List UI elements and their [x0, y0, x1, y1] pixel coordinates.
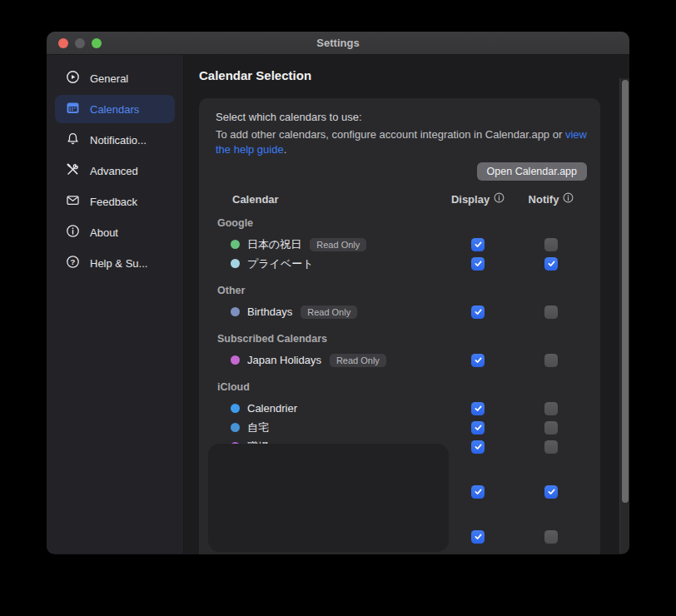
minimize-button[interactable]: [75, 38, 85, 48]
sidebar-item-feedback[interactable]: Feedback: [55, 187, 175, 216]
zoom-button[interactable]: [92, 38, 102, 48]
calendar-row: プライベート: [199, 254, 600, 273]
sidebar-item-general[interactable]: General: [55, 64, 175, 92]
read-only-badge: Read Only: [330, 354, 386, 367]
page-title: Calendar Selection: [199, 68, 311, 82]
calendar-name-cell: BirthdaysRead Only: [231, 306, 441, 319]
note-text: To add other calendars, configure accoun…: [216, 127, 587, 156]
display-checkbox[interactable]: [471, 238, 485, 251]
titlebar[interactable]: Settings: [47, 32, 629, 55]
info-circle-icon[interactable]: [494, 192, 505, 206]
calendar-name: Calendrier: [247, 402, 297, 415]
display-checkbox[interactable]: [471, 306, 485, 319]
column-header-calendar: Calendar: [232, 192, 441, 206]
tools-icon: [66, 162, 80, 179]
calendar-row: 自宅: [199, 418, 600, 437]
display-checkbox[interactable]: [471, 530, 485, 544]
notify-checkbox[interactable]: [544, 421, 558, 435]
column-header-notify: Notify: [514, 192, 588, 206]
calendar-name-cell: 自宅: [231, 420, 441, 435]
display-checkbox[interactable]: [471, 257, 485, 271]
notify-checkbox[interactable]: [544, 354, 558, 367]
sidebar-item-label: Help & Su...: [90, 257, 147, 270]
calendar-group: Google日本の祝日Read Onlyプライベート: [199, 217, 600, 273]
scrollbar-thumb[interactable]: [622, 80, 629, 503]
calendar-name-cell: プライベート: [231, 256, 441, 271]
calendar-color-dot: [231, 423, 240, 432]
intro-text: Select which calendars to use:: [216, 111, 587, 123]
calendar-color-dot: [231, 307, 240, 316]
sidebar-item-about[interactable]: About: [55, 218, 175, 246]
calendar-color-dot: [231, 259, 240, 268]
display-checkbox[interactable]: [471, 402, 485, 415]
main-panel: Calendar Selection Select which calendar…: [184, 55, 629, 554]
column-header-display: Display: [441, 192, 514, 206]
group-label: Google: [199, 217, 600, 229]
calendar-color-dot: [231, 240, 240, 249]
calendar-name-cell: Japan HolidaysRead Only: [231, 354, 441, 367]
envelope-icon: [66, 193, 80, 210]
calendar-name: 日本の祝日: [247, 237, 301, 252]
sidebar-item-advanced[interactable]: Advanced: [55, 156, 175, 185]
info-circle-icon[interactable]: [563, 192, 574, 206]
calendar-name: プライベート: [247, 256, 314, 271]
calendar-name: 自宅: [247, 420, 269, 435]
settings-window: Settings General Calendars Notificatio..…: [47, 32, 629, 554]
sidebar-item-label: Calendars: [90, 103, 139, 116]
calendar-group: Subscribed CalendarsJapan HolidaysRead O…: [199, 333, 600, 370]
note-suffix: .: [284, 143, 287, 156]
calendar-name-cell: 日本の祝日Read Only: [231, 237, 441, 252]
calendar-color-dot: [231, 355, 240, 365]
help-icon: ?: [66, 255, 80, 271]
notify-checkbox[interactable]: [544, 402, 558, 415]
sidebar-item-label: Feedback: [90, 196, 137, 208]
calendar-row: BirthdaysRead Only: [199, 302, 600, 321]
calendar-color-dot: [231, 404, 240, 413]
close-button[interactable]: [58, 38, 68, 48]
sidebar-item-label: About: [90, 226, 118, 239]
window-title: Settings: [316, 37, 359, 49]
notify-checkbox[interactable]: [544, 485, 558, 499]
calendar-icon: [66, 101, 80, 117]
sidebar-item-notifications[interactable]: Notificatio...: [55, 126, 175, 154]
group-label: iCloud: [199, 381, 600, 393]
sidebar-item-calendars[interactable]: Calendars: [55, 95, 175, 123]
calendar-name-cell: Calendrier: [231, 402, 441, 415]
calendar-row: Japan HolidaysRead Only: [199, 350, 600, 370]
calendar-selection-card: Select which calendars to use: To add ot…: [199, 98, 600, 554]
display-checkbox[interactable]: [471, 421, 485, 435]
display-checkbox[interactable]: [471, 354, 485, 367]
table-header: Calendar Display Notify: [199, 181, 600, 206]
bell-icon: [66, 132, 80, 148]
group-label: Subscribed Calendars: [199, 333, 600, 345]
svg-text:?: ?: [71, 257, 76, 266]
calendar-name: Birthdays: [247, 306, 292, 318]
traffic-lights: [58, 32, 102, 54]
scrollbar[interactable]: [619, 78, 629, 554]
display-checkbox[interactable]: [471, 440, 485, 454]
read-only-badge: Read Only: [301, 306, 357, 319]
calendar-group: OtherBirthdaysRead Only: [199, 285, 600, 321]
redacted-region: [208, 444, 449, 552]
calendar-row: Calendrier: [199, 399, 600, 418]
calendar-row: 日本の祝日Read Only: [199, 235, 600, 254]
read-only-badge: Read Only: [310, 238, 366, 251]
open-calendar-app-button[interactable]: Open Calendar.app: [477, 162, 587, 181]
notify-checkbox[interactable]: [544, 440, 558, 454]
sidebar-item-label: Advanced: [90, 165, 138, 177]
notify-checkbox[interactable]: [544, 238, 558, 251]
sidebar-item-label: General: [90, 72, 128, 85]
general-icon: [66, 70, 80, 87]
calendar-name: Japan Holidays: [247, 354, 321, 366]
info-icon: [66, 224, 80, 241]
sidebar: General Calendars Notificatio... Advance…: [47, 55, 184, 554]
sidebar-item-label: Notificatio...: [90, 134, 147, 147]
notify-checkbox[interactable]: [544, 306, 558, 319]
note-prefix: To add other calendars, configure accoun…: [216, 128, 565, 141]
sidebar-item-help[interactable]: ? Help & Su...: [55, 249, 175, 277]
display-checkbox[interactable]: [471, 485, 485, 499]
notify-checkbox[interactable]: [544, 530, 558, 544]
notify-checkbox[interactable]: [544, 257, 558, 271]
group-label: Other: [199, 285, 600, 296]
